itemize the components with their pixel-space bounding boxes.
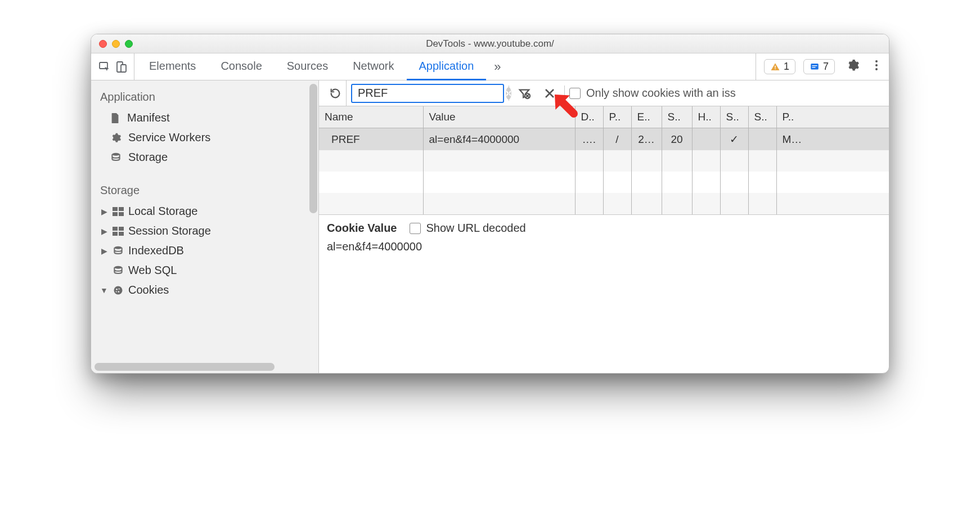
device-toggle-icon[interactable] — [115, 60, 128, 74]
table-row-empty — [319, 193, 889, 214]
grid-icon — [113, 207, 124, 216]
sidebar-item-cookies[interactable]: ▼ Cookies — [91, 280, 318, 300]
svg-rect-3 — [775, 65, 776, 68]
col-size[interactable]: S.. — [662, 106, 692, 128]
sidebar-item-label: Storage — [128, 151, 168, 164]
cookies-filter-bar: Only show cookies with an iss — [319, 80, 889, 106]
sidebar-item-label: IndexedDB — [128, 244, 184, 257]
svg-point-24 — [119, 288, 120, 289]
gear-icon — [110, 132, 122, 143]
cell-priority: M… — [776, 128, 889, 151]
more-options-icon[interactable] — [871, 59, 882, 75]
tab-application[interactable]: Application — [407, 53, 487, 80]
col-samesite[interactable]: S.. — [748, 106, 776, 128]
col-priority[interactable]: P.. — [776, 106, 889, 128]
settings-icon[interactable] — [843, 59, 863, 75]
svg-point-21 — [114, 266, 122, 268]
sidebar-section-application: Application — [91, 86, 318, 108]
only-issues-checkbox[interactable]: Only show cookies with an iss — [569, 87, 736, 100]
more-tabs-button[interactable]: » — [486, 53, 509, 80]
sidebar-item-label: Web SQL — [128, 264, 177, 277]
checkbox-icon — [410, 223, 421, 234]
database-icon — [113, 245, 124, 257]
tab-elements[interactable]: Elements — [137, 53, 208, 80]
cookies-table: Name Value D.. P.. E.. S.. H.. S.. S.. P… — [319, 106, 889, 215]
svg-point-11 — [112, 152, 119, 155]
separator — [509, 86, 509, 101]
sidebar-item-label: Manifest — [127, 111, 170, 124]
svg-rect-7 — [812, 67, 815, 68]
inspect-icon[interactable] — [98, 60, 111, 74]
col-httponly[interactable]: H.. — [692, 106, 720, 128]
tab-network[interactable]: Network — [340, 53, 406, 80]
cell-value: al=en&f4=4000000 — [423, 128, 575, 151]
cookies-filter-input-wrap — [351, 84, 504, 103]
col-secure[interactable]: S.. — [720, 106, 748, 128]
show-url-decoded-label: Show URL decoded — [426, 222, 526, 235]
minimize-window-button[interactable] — [112, 40, 120, 48]
sidebar-item-websql[interactable]: Web SQL — [91, 260, 318, 280]
table-header-row: Name Value D.. P.. E.. S.. H.. S.. S.. P… — [319, 106, 889, 128]
refresh-button[interactable] — [325, 80, 347, 106]
toolbar-left-tools — [95, 53, 134, 80]
clear-all-filters-icon[interactable] — [514, 85, 535, 102]
file-icon — [110, 113, 120, 124]
svg-point-10 — [875, 68, 878, 70]
cookies-filter-input[interactable] — [357, 86, 501, 100]
grid-icon — [113, 227, 124, 236]
sidebar-item-manifest[interactable]: Manifest — [91, 108, 318, 128]
svg-point-23 — [116, 289, 118, 290]
close-window-button[interactable] — [99, 40, 107, 48]
cell-httponly — [692, 128, 720, 151]
window-title: DevTools - www.youtube.com/ — [91, 38, 889, 50]
sidebar-scrollbar-vertical[interactable] — [309, 84, 317, 213]
table-row-empty — [319, 150, 889, 172]
zoom-window-button[interactable] — [125, 40, 133, 48]
table-row[interactable]: PREF al=en&f4=4000000 …. / 2… 20 ✓ M… — [319, 128, 889, 151]
toolbar-right: 1 7 — [756, 53, 885, 80]
cell-secure: ✓ — [720, 128, 748, 151]
sidebar-item-indexeddb[interactable]: ▶ IndexedDB — [91, 241, 318, 260]
cookie-detail-title: Cookie Value — [327, 222, 397, 235]
caret-right-icon: ▶ — [100, 246, 108, 255]
sidebar-scrollbar-horizontal[interactable] — [95, 363, 315, 371]
warnings-count: 1 — [784, 61, 789, 73]
devtools-toolbar: Elements Console Sources Network Applica… — [91, 53, 889, 80]
cell-name: PREF — [319, 128, 423, 151]
panel-tabs: Elements Console Sources Network Applica… — [137, 53, 509, 80]
svg-rect-16 — [113, 227, 118, 231]
sidebar-item-session-storage[interactable]: ▶ Session Storage — [91, 221, 318, 241]
sidebar-item-service-workers[interactable]: Service Workers — [91, 128, 318, 147]
col-path[interactable]: P.. — [603, 106, 631, 128]
application-sidebar: Application Manifest Service Workers Sto… — [91, 80, 319, 373]
cell-expires: 2… — [631, 128, 662, 151]
col-name[interactable]: Name — [319, 106, 423, 128]
cookie-detail-pane: Cookie Value Show URL decoded al=en&f4=4… — [319, 215, 889, 373]
devtools-window: DevTools - www.youtube.com/ Elements Con… — [91, 34, 889, 374]
cell-size: 20 — [662, 128, 692, 151]
database-icon — [113, 265, 124, 276]
delete-selected-icon[interactable] — [540, 86, 560, 101]
sidebar-item-storage[interactable]: Storage — [91, 147, 318, 167]
sidebar-item-local-storage[interactable]: ▶ Local Storage — [91, 201, 318, 221]
svg-point-9 — [875, 64, 878, 66]
svg-rect-5 — [811, 64, 819, 70]
show-url-decoded-checkbox[interactable]: Show URL decoded — [410, 222, 526, 235]
caret-down-icon: ▼ — [100, 286, 108, 295]
col-expires[interactable]: E.. — [631, 106, 662, 128]
svg-point-20 — [114, 246, 122, 249]
col-value[interactable]: Value — [423, 106, 575, 128]
svg-rect-4 — [775, 68, 776, 69]
titlebar: DevTools - www.youtube.com/ — [91, 34, 889, 53]
svg-rect-19 — [119, 232, 124, 236]
issues-badge[interactable]: 7 — [803, 59, 835, 74]
svg-point-22 — [114, 286, 123, 294]
col-domain[interactable]: D.. — [575, 106, 603, 128]
svg-rect-15 — [119, 212, 124, 216]
svg-point-26 — [116, 291, 117, 292]
tab-console[interactable]: Console — [208, 53, 274, 80]
svg-point-8 — [875, 60, 878, 62]
tab-sources[interactable]: Sources — [275, 53, 340, 80]
panel-body: Application Manifest Service Workers Sto… — [91, 80, 889, 373]
warnings-badge[interactable]: 1 — [764, 59, 795, 74]
